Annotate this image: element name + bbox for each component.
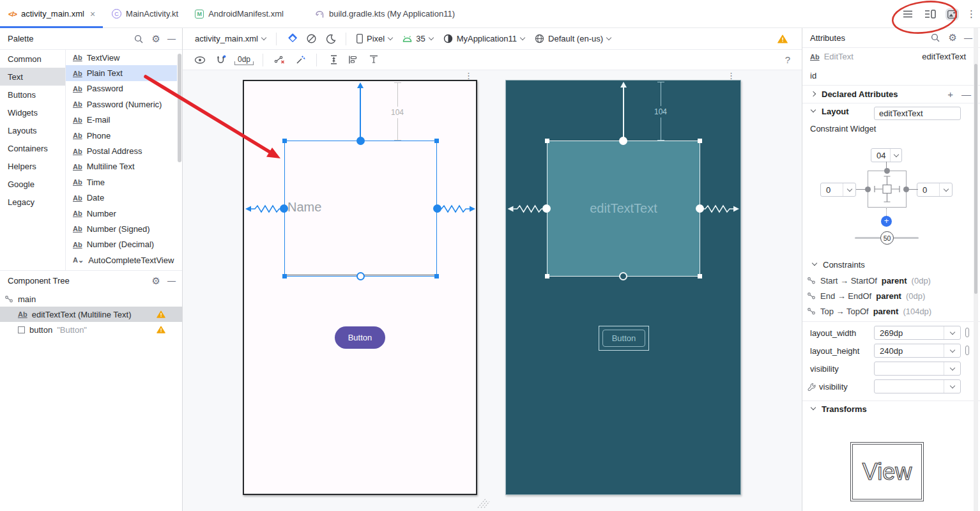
- device-selector-dropdown[interactable]: Pixel: [354, 32, 395, 45]
- palette-item-postal-address[interactable]: AbPostal Address: [66, 143, 177, 158]
- design-view-phone[interactable]: 104 Name Button: [243, 80, 477, 495]
- constraints-section[interactable]: Constraints: [802, 256, 980, 273]
- palette-item-autocompletetextview[interactable]: A⌄AutoCompleteTextView: [66, 252, 177, 268]
- palette-category-containers[interactable]: Containers: [0, 139, 65, 157]
- guidelines-icon[interactable]: [367, 53, 381, 66]
- design-surface-icon[interactable]: [284, 31, 299, 46]
- palette-item-number-signed[interactable]: AbNumber (Signed): [66, 221, 177, 236]
- layout-height-combo[interactable]: 240dp: [874, 344, 961, 358]
- tree-item-edittext[interactable]: Ab editTextText (Multiline Text): [0, 307, 182, 322]
- add-attribute-icon[interactable]: +: [947, 89, 953, 100]
- canvas-resize-handle[interactable]: [477, 496, 492, 509]
- palette-item-number[interactable]: AbNumber: [66, 206, 177, 221]
- layout-warning-icon[interactable]: [777, 34, 788, 43]
- transforms-section[interactable]: Transforms: [802, 400, 980, 417]
- bottom-anchor[interactable]: [619, 272, 627, 280]
- bottom-anchor[interactable]: [356, 272, 365, 280]
- left-margin-combo[interactable]: 0: [820, 183, 856, 197]
- palette-scrollbar[interactable]: [178, 54, 181, 162]
- widget-left-anchor[interactable]: [865, 187, 871, 192]
- gear-icon[interactable]: ⚙: [152, 275, 160, 287]
- align-icon[interactable]: [346, 53, 360, 66]
- pack-vertical-icon[interactable]: [326, 52, 340, 67]
- palette-item-password[interactable]: AbPassword: [66, 81, 177, 96]
- palette-category-helpers[interactable]: Helpers: [0, 157, 65, 175]
- design-button[interactable]: Button: [335, 326, 385, 349]
- constraint-row-start[interactable]: Start → StartOf parent (0dp): [802, 273, 980, 288]
- theme-selector-dropdown[interactable]: MyApplication11: [441, 32, 527, 45]
- split-editor-icon[interactable]: [923, 8, 938, 20]
- resize-handle[interactable]: [434, 274, 439, 278]
- more-vertical-icon[interactable]: ⋮: [967, 8, 976, 20]
- night-mode-icon[interactable]: [324, 32, 338, 46]
- gear-icon[interactable]: ⚙: [152, 33, 160, 45]
- palette-item-number-decimal[interactable]: AbNumber (Decimal): [66, 237, 177, 252]
- resize-handle[interactable]: [698, 139, 702, 143]
- constraint-widget[interactable]: [868, 171, 907, 208]
- design-canvas[interactable]: ⋮ ⋮ 104 Name: [183, 70, 802, 511]
- color-blind-mode-icon[interactable]: [304, 31, 319, 46]
- gear-icon[interactable]: ⚙: [949, 32, 957, 43]
- clear-constraints-icon[interactable]: [272, 53, 287, 66]
- panel-scrollbar-track[interactable]: [974, 28, 978, 511]
- palette-category-layouts[interactable]: Layouts: [0, 121, 65, 139]
- palette-item-textview[interactable]: AbTextView: [66, 50, 177, 65]
- add-bottom-constraint-button[interactable]: +: [881, 216, 892, 227]
- widget-right-anchor[interactable]: [903, 187, 909, 192]
- resize-handle[interactable]: [282, 139, 287, 143]
- end-anchor[interactable]: [696, 204, 704, 213]
- resize-handle[interactable]: [545, 274, 549, 278]
- top-margin-combo[interactable]: 04: [871, 148, 902, 162]
- blueprint-view-phone[interactable]: 104 editTextText Button: [505, 80, 741, 495]
- visibility-combo[interactable]: [874, 362, 961, 376]
- palette-category-text[interactable]: Text: [0, 68, 65, 86]
- palette-item-date[interactable]: AbDate: [66, 190, 177, 206]
- tools-visibility-combo[interactable]: [874, 379, 961, 393]
- width-mode-icon[interactable]: [965, 328, 969, 337]
- list-view-icon[interactable]: [901, 8, 915, 20]
- widget-top-anchor[interactable]: [884, 168, 890, 174]
- bias-value[interactable]: 50: [880, 231, 894, 245]
- design-view-icon[interactable]: [946, 8, 959, 20]
- palette-item-plain-text[interactable]: AbPlain Text: [66, 65, 177, 80]
- palette-category-legacy[interactable]: Legacy: [0, 193, 65, 211]
- view-options-icon[interactable]: [192, 54, 208, 66]
- remove-attribute-icon[interactable]: —: [961, 89, 971, 100]
- close-icon[interactable]: ×: [90, 9, 95, 19]
- resize-handle[interactable]: [282, 274, 287, 278]
- panel-scrollbar-thumb[interactable]: [974, 64, 977, 294]
- palette-item-phone[interactable]: AbPhone: [66, 128, 177, 143]
- palette-category-buttons[interactable]: Buttons: [0, 86, 65, 103]
- resize-handle[interactable]: [434, 139, 439, 143]
- height-mode-icon[interactable]: [965, 346, 969, 355]
- palette-category-common[interactable]: Common: [0, 50, 65, 68]
- top-anchor[interactable]: [356, 137, 365, 145]
- minimize-icon[interactable]: —: [964, 33, 972, 43]
- api-level-dropdown[interactable]: 35: [400, 32, 435, 45]
- right-margin-combo[interactable]: 0: [917, 183, 953, 197]
- tab-activity-main-xml[interactable]: </> activity_main.xml ×: [0, 0, 103, 28]
- start-anchor[interactable]: [280, 204, 288, 213]
- top-anchor[interactable]: [619, 137, 627, 145]
- search-icon[interactable]: [132, 33, 145, 45]
- layout-width-combo[interactable]: 269dp: [874, 326, 961, 340]
- file-selector-dropdown[interactable]: activity_main.xml: [192, 32, 268, 45]
- layout-section[interactable]: Layout: [802, 103, 980, 119]
- search-icon[interactable]: [929, 31, 942, 44]
- help-icon[interactable]: ?: [785, 54, 790, 65]
- minimize-icon[interactable]: —: [167, 34, 176, 43]
- autoconnect-magnet-icon[interactable]: [214, 53, 228, 67]
- declared-attributes-section[interactable]: Declared Attributes + —: [802, 85, 980, 103]
- blueprint-button[interactable]: Button: [599, 326, 649, 351]
- selected-edittext[interactable]: editTextText: [547, 141, 700, 277]
- blueprint-surface-menu-icon[interactable]: ⋮: [727, 71, 735, 80]
- minimize-icon[interactable]: —: [167, 276, 176, 286]
- tree-item-main[interactable]: main: [0, 291, 182, 307]
- constraint-row-top[interactable]: Top → TopOf parent (104dp): [802, 303, 980, 319]
- constraint-row-end[interactable]: End → EndOf parent (0dp): [802, 288, 980, 303]
- start-anchor[interactable]: [542, 204, 551, 213]
- palette-item-email[interactable]: AbE-mail: [66, 112, 177, 128]
- palette-item-time[interactable]: AbTime: [66, 174, 177, 190]
- palette-item-multiline-text[interactable]: AbMultiline Text: [66, 159, 177, 174]
- end-anchor[interactable]: [433, 204, 441, 213]
